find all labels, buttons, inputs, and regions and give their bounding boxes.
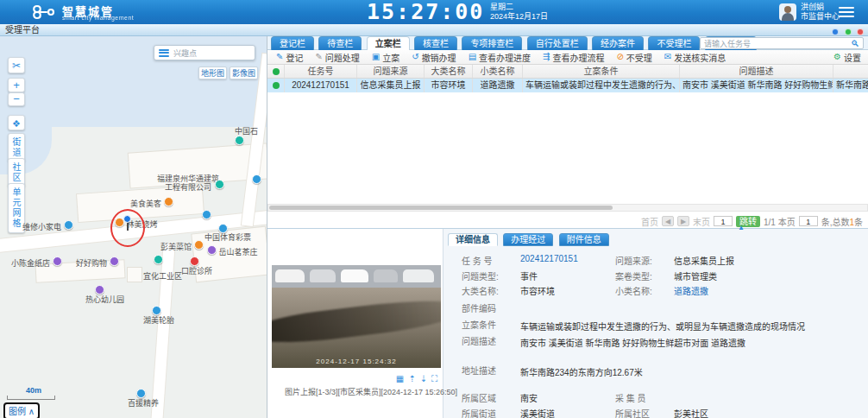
page-number-input[interactable]: 1: [714, 216, 733, 226]
map-extent-icon[interactable]: ✂: [8, 57, 25, 73]
col-problem-source[interactable]: 问题来源: [357, 65, 425, 78]
user-avatar[interactable]: [779, 3, 796, 21]
poi-icon: [64, 220, 73, 230]
poi-icon[interactable]: [152, 306, 161, 315]
map-poi[interactable]: 维修小家电: [22, 220, 73, 231]
zoom-out-button[interactable]: −: [8, 92, 25, 106]
basemap-terrain-button[interactable]: 地形图: [198, 66, 227, 79]
map-poi[interactable]: 岳山茗茶庄: [207, 245, 258, 256]
collapse-handle-icon[interactable]: ▲: [738, 224, 745, 231]
search-icon[interactable]: 🔍︎: [851, 39, 859, 48]
platform-tab[interactable]: 受理平台: [0, 24, 40, 36]
map-poi[interactable]: 福建泉州华通建筑 工程有限公司: [157, 174, 219, 192]
map-poi[interactable]: 宜化工业区: [143, 272, 182, 281]
problem-handle-button[interactable]: ✎问题处理: [315, 51, 359, 64]
photo-toolbar: ▦ ⇡ ⇣ ⛶: [396, 374, 437, 384]
col-small-class[interactable]: 小类名称: [473, 65, 523, 78]
prev-page-button[interactable]: ◀: [662, 216, 674, 226]
col-task-no[interactable]: 任务号: [285, 65, 357, 78]
map-poi[interactable]: 好好购物: [76, 256, 119, 268]
tab-special-check[interactable]: 专项排查栏: [462, 36, 522, 50]
map-building: [128, 268, 142, 282]
map-search-menu-icon[interactable]: [159, 49, 169, 57]
poi-icon: [110, 256, 119, 266]
poi-icon[interactable]: [215, 180, 224, 189]
download-icon[interactable]: ⇣: [420, 374, 427, 384]
map-poi[interactable]: 中国石: [235, 127, 267, 147]
map-pin-icon[interactable]: [123, 215, 131, 223]
reject-button[interactable]: ⊘不受理: [616, 51, 651, 64]
tab-handled-cases[interactable]: 经办案件: [592, 36, 644, 50]
tab-verify[interactable]: 核查栏: [414, 36, 457, 50]
map-poi[interactable]: 中国体育彩票: [204, 233, 251, 242]
map-poi[interactable]: 彭美菜馆: [160, 240, 204, 251]
map-poi[interactable]: 百援精养: [128, 399, 159, 408]
window-dot-green-icon[interactable]: [845, 28, 852, 35]
app-subtitle: smart city management: [62, 15, 134, 21]
window-dot-red-icon[interactable]: [857, 28, 864, 35]
bus-stop-icon[interactable]: [218, 224, 228, 233]
image-icon[interactable]: ▦: [396, 374, 404, 384]
poi-icon[interactable]: [136, 389, 146, 398]
tab-filing[interactable]: 立案栏: [367, 36, 410, 50]
window-dot-blue-icon[interactable]: [832, 28, 839, 35]
col-filing-condition[interactable]: 立案条件: [523, 65, 680, 78]
col-big-class[interactable]: 大类名称: [425, 65, 473, 78]
col-problem-desc[interactable]: 问题描述: [680, 65, 833, 78]
last-page-button[interactable]: 末页: [693, 215, 710, 228]
map-poi[interactable]: 湖美轮胎: [143, 316, 174, 325]
field-value: 市容环境: [520, 284, 555, 297]
map-poi[interactable]: 热心幼儿园: [85, 295, 124, 304]
legend-button[interactable]: 图例 ∧: [3, 402, 40, 418]
map-poi[interactable]: 口腔诊所: [181, 267, 212, 276]
task-search-input[interactable]: 请输入任务号 🔍︎: [700, 37, 864, 49]
register-button[interactable]: ✎登记: [276, 51, 303, 64]
scrollbar-thumb[interactable]: [269, 206, 613, 210]
bus-stop-icon[interactable]: [252, 174, 261, 184]
page-size-input[interactable]: 1: [799, 216, 818, 226]
cancel-handle-button[interactable]: ↺撤销办理: [412, 51, 456, 64]
poi-icon: [207, 245, 217, 255]
poi-icon[interactable]: [154, 255, 163, 264]
upload-icon[interactable]: ⇡: [408, 374, 415, 384]
map-poi[interactable]: 美食美客: [130, 197, 173, 208]
case-toolbar: ✎登记 ✎问题处理 ▣立案 ↺撤销办理 ▤查看办理进度 ⇶查看办理流程 ⊘不受理…: [267, 50, 868, 65]
view-flow-button[interactable]: ⇶查看办理流程: [543, 51, 604, 64]
detail-area: 2024-12-17 15:24:32 ▦ ⇡ ⇣ ⛶ 图片上报[1-3/3][…: [267, 228, 868, 418]
basemap-imagery-button[interactable]: 影像图: [230, 66, 258, 79]
map-poi[interactable]: 小陈金纸店: [11, 256, 62, 268]
task-number-link[interactable]: 202412170151: [520, 254, 578, 263]
bus-stop-icon[interactable]: [202, 210, 211, 219]
menu-icon[interactable]: [839, 7, 854, 17]
small-class-link[interactable]: 道路遗撒: [674, 284, 708, 297]
settings-button[interactable]: ⚙设置: [833, 51, 861, 64]
field-label: 大类名称:: [462, 284, 499, 297]
tab-detail-info[interactable]: 详细信息: [448, 233, 498, 246]
user-org: 市监督中心: [801, 12, 840, 22]
detail-tab-bar: 详细信息 办理经过 附件信息: [448, 233, 612, 246]
map-search-input[interactable]: 兴趣点: [154, 45, 255, 60]
next-page-button[interactable]: ▶: [677, 216, 689, 226]
zoom-in-button[interactable]: +: [8, 78, 25, 92]
top-bar: 智慧城管 smart city management 15:27:00 星期二 …: [0, 0, 868, 24]
poi-icon[interactable]: [95, 285, 104, 294]
field-value: 车辆运输或装卸过程中发生遗撒的行为、或明显为车辆遗撒造成的现场情况: [520, 320, 805, 332]
case-photo[interactable]: 2024-12-17 15:24:32: [272, 265, 441, 368]
tab-process-history[interactable]: 办理经过: [503, 233, 553, 246]
file-case-button[interactable]: ▣立案: [372, 51, 399, 64]
tab-attachments[interactable]: 附件信息: [559, 233, 609, 246]
tab-register[interactable]: 登记栏: [271, 36, 314, 50]
view-progress-button[interactable]: ▤查看办理进度: [469, 51, 531, 64]
table-row[interactable]: 202412170151 信息采集员上报 市容环境 道路遗撒 车辆运输或装卸过程…: [267, 79, 868, 92]
first-page-button[interactable]: 首页: [641, 215, 658, 228]
tab-rejected[interactable]: 不受理栏: [648, 36, 700, 50]
horizontal-scrollbar[interactable]: [267, 204, 868, 212]
col-extra[interactable]: [833, 65, 868, 78]
map-panel[interactable]: 兴趣点 地形图 影像图 ✂ + − ❖ 街道 社区 单元网格 中国石 福建泉州华…: [0, 36, 267, 418]
fullscreen-icon[interactable]: ⛶: [431, 374, 437, 384]
send-verify-message-button[interactable]: ✉发送核实消息: [664, 51, 726, 64]
tab-self-handle[interactable]: 自行处置栏: [527, 36, 588, 50]
poi-icon[interactable]: [190, 256, 199, 266]
layers-icon[interactable]: ❖: [8, 115, 25, 130]
tab-pending[interactable]: 待查栏: [318, 36, 362, 50]
